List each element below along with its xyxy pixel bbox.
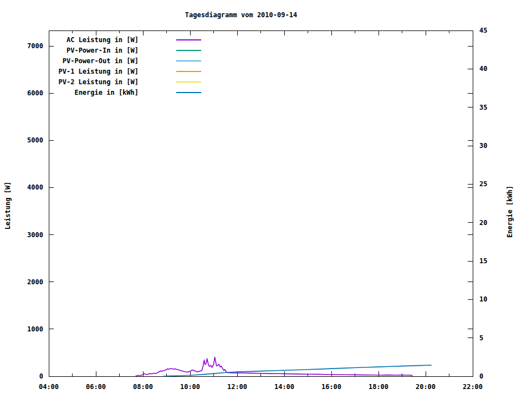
y2-tick-label: 10 [479, 295, 487, 303]
y1-tick-label: 1000 [27, 325, 43, 333]
plot-area: 04:0006:0008:0010:0012:0014:0016:0018:00… [0, 0, 532, 399]
y2-tick-label: 25 [479, 180, 487, 188]
y2-tick-label: 40 [479, 65, 487, 73]
x-tick-label: 16:00 [321, 383, 341, 391]
y1-tick-label: 4000 [27, 183, 43, 191]
y2-tick-label: 35 [479, 104, 487, 111]
y1-tick-label: 6000 [27, 89, 43, 97]
x-tick-label: 10:00 [180, 383, 200, 391]
legend-label: PV-Power-Out in [W] [63, 57, 139, 65]
x-tick-label: 18:00 [369, 383, 388, 391]
y2-tick-label: 30 [479, 142, 487, 150]
legend-label: PV-2 Leistung in [W] [59, 78, 139, 86]
y1-tick-label: 0 [39, 372, 43, 380]
y1-tick-label: 2000 [27, 278, 43, 286]
x-tick-label: 20:00 [416, 383, 436, 391]
legend-label: PV-1 Leistung in [W] [59, 68, 139, 75]
gnuplot-chart-page: { "title": "Tagesdiagramm vom 2010-09-14… [0, 0, 532, 399]
y1-tick-label: 3000 [27, 231, 43, 239]
legend-label: AC Leistung in [W] [66, 36, 139, 44]
x-tick-label: 04:00 [39, 383, 59, 391]
y2-tick-label: 45 [479, 27, 487, 34]
legend-label: PV-Power-In in [W] [66, 47, 139, 54]
y1-tick-label: 7000 [27, 42, 43, 50]
y2-tick-label: 15 [479, 257, 487, 265]
x-tick-label: 22:00 [463, 383, 483, 391]
legend-label: Energie in [kWh] [74, 89, 139, 96]
x-tick-label: 12:00 [227, 383, 247, 391]
x-tick-label: 14:00 [274, 383, 294, 391]
x-tick-label: 06:00 [86, 383, 106, 391]
y1-tick-label: 5000 [27, 136, 43, 144]
y2-tick-label: 20 [479, 219, 487, 227]
y2-tick-label: 0 [479, 372, 483, 380]
y2-tick-label: 5 [479, 334, 483, 342]
x-tick-label: 08:00 [133, 383, 153, 391]
